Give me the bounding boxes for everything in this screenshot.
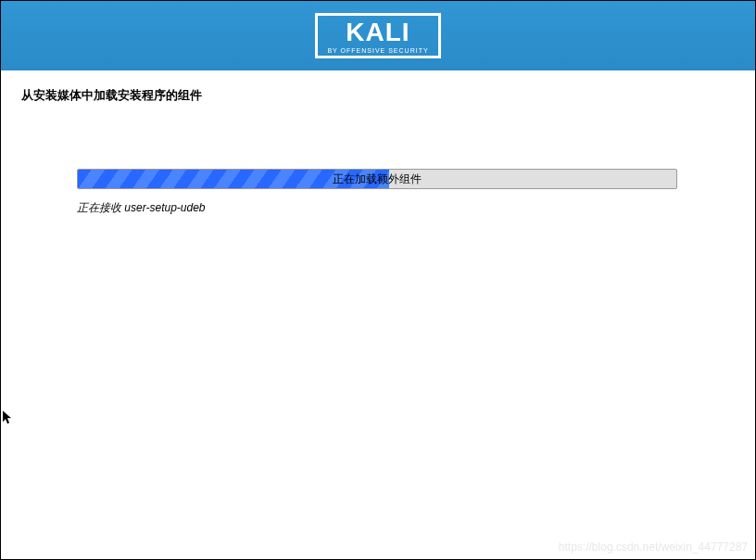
progress-container: 正在加载额外组件 正在接收 user-setup-udeb (77, 169, 677, 216)
kali-logo: KALI BY OFFENSIVE SECURITY (315, 13, 440, 58)
page-title: 从安装媒体中加载安装程序的组件 (21, 87, 735, 104)
logo-main-text: KALI (346, 19, 410, 45)
content-area: 从安装媒体中加载安装程序的组件 正在加载额外组件 正在接收 user-setup… (1, 70, 755, 233)
watermark-text: https://blog.csdn.net/weixin_44777287 (559, 541, 748, 554)
logo-subtitle: BY OFFENSIVE SECURITY (327, 47, 428, 54)
mouse-cursor-icon (3, 411, 14, 426)
installer-header: KALI BY OFFENSIVE SECURITY (1, 1, 755, 70)
progress-label: 正在加载额外组件 (78, 170, 676, 188)
progress-bar: 正在加载额外组件 (77, 169, 677, 189)
progress-status: 正在接收 user-setup-udeb (77, 200, 677, 216)
